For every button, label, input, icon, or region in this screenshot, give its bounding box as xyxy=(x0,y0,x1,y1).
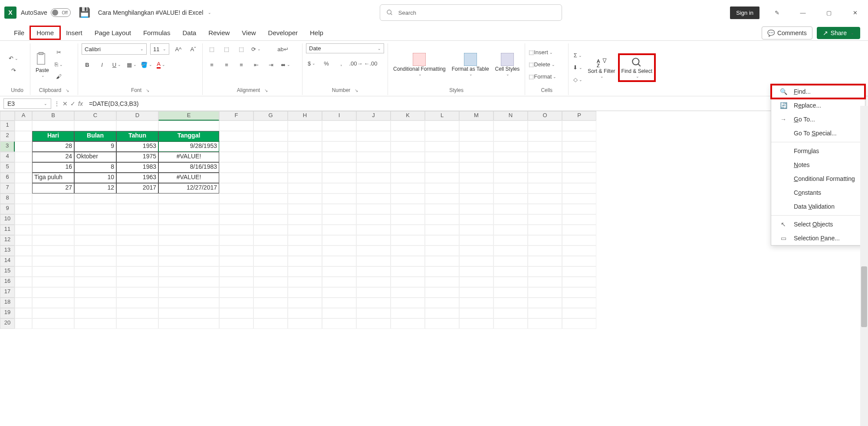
cell-O16[interactable] xyxy=(528,277,562,287)
cell-O19[interactable] xyxy=(528,308,562,318)
cell-J1[interactable] xyxy=(356,121,391,131)
cell-L18[interactable] xyxy=(425,298,459,308)
cell-B19[interactable] xyxy=(32,308,74,318)
cell-A14[interactable] xyxy=(15,256,32,266)
menu-data-validation[interactable]: Data Validation xyxy=(771,200,865,213)
cell-F14[interactable] xyxy=(219,256,253,266)
cell-J4[interactable] xyxy=(356,152,391,162)
cell-I16[interactable] xyxy=(322,277,356,287)
row-header-19[interactable]: 19 xyxy=(0,308,15,318)
cell-N12[interactable] xyxy=(493,235,528,246)
row-header-15[interactable]: 15 xyxy=(0,266,15,277)
cell-K12[interactable] xyxy=(391,235,425,246)
cell-H17[interactable] xyxy=(288,287,322,298)
cell-C19[interactable] xyxy=(74,308,116,318)
cell-C16[interactable] xyxy=(74,277,116,287)
cell-N3[interactable] xyxy=(493,141,528,152)
cell-N5[interactable] xyxy=(493,162,528,173)
cell-N1[interactable] xyxy=(493,121,528,131)
cell-A4[interactable] xyxy=(15,152,32,162)
currency-button[interactable]: $⌄ xyxy=(306,58,317,69)
cell-D1[interactable] xyxy=(116,121,158,131)
cell-E20[interactable] xyxy=(158,318,219,329)
maximize-button[interactable]: ▢ xyxy=(820,4,838,21)
cell-F18[interactable] xyxy=(219,298,253,308)
cell-O13[interactable] xyxy=(528,246,562,256)
cell-M3[interactable] xyxy=(459,141,493,152)
cell-B3[interactable]: 28 xyxy=(32,141,74,152)
cell-G1[interactable] xyxy=(253,121,288,131)
decrease-font-button[interactable]: Aˇ xyxy=(187,43,199,55)
cell-G12[interactable] xyxy=(253,235,288,246)
font-color-button[interactable]: A⌄ xyxy=(155,59,167,70)
cell-C3[interactable]: 9 xyxy=(74,141,116,152)
row-header-9[interactable]: 9 xyxy=(0,204,15,214)
menu-find[interactable]: 🔍Find... xyxy=(771,85,865,98)
cell-H4[interactable] xyxy=(288,152,322,162)
cell-I18[interactable] xyxy=(322,298,356,308)
cell-O11[interactable] xyxy=(528,225,562,235)
comments-button[interactable]: 💬 Comments xyxy=(762,26,812,39)
row-header-8[interactable]: 8 xyxy=(0,193,15,204)
cell-I15[interactable] xyxy=(322,266,356,277)
cell-N20[interactable] xyxy=(493,318,528,329)
cell-L12[interactable] xyxy=(425,235,459,246)
vertical-scrollbar[interactable] xyxy=(860,106,868,426)
align-left-button[interactable]: ≡ xyxy=(206,59,217,70)
cell-J6[interactable] xyxy=(356,173,391,183)
cell-J9[interactable] xyxy=(356,204,391,214)
cell-I4[interactable] xyxy=(322,152,356,162)
cell-I14[interactable] xyxy=(322,256,356,266)
cell-K9[interactable] xyxy=(391,204,425,214)
cell-J12[interactable] xyxy=(356,235,391,246)
comma-button[interactable]: , xyxy=(335,58,347,69)
cell-N8[interactable] xyxy=(493,193,528,204)
cell-B1[interactable] xyxy=(32,121,74,131)
format-cells-button[interactable]: ⬚ Format ⌄ xyxy=(529,71,556,82)
clear-button[interactable]: ◇⌄ xyxy=(572,74,583,85)
tab-insert[interactable]: Insert xyxy=(60,26,89,39)
cell-E14[interactable] xyxy=(158,256,219,266)
cell-O15[interactable] xyxy=(528,266,562,277)
cut-button[interactable]: ✂ xyxy=(53,47,65,58)
row-header-4[interactable]: 4 xyxy=(0,152,15,162)
cell-J14[interactable] xyxy=(356,256,391,266)
cell-I10[interactable] xyxy=(322,214,356,225)
cell-P5[interactable] xyxy=(562,162,596,173)
cell-G2[interactable] xyxy=(253,131,288,141)
enter-icon[interactable]: ✓ xyxy=(70,100,76,107)
cell-K10[interactable] xyxy=(391,214,425,225)
cell-H14[interactable] xyxy=(288,256,322,266)
row-header-14[interactable]: 14 xyxy=(0,256,15,266)
bold-button[interactable]: B xyxy=(82,59,93,70)
cell-J17[interactable] xyxy=(356,287,391,298)
cell-E10[interactable] xyxy=(158,214,219,225)
cell-P19[interactable] xyxy=(562,308,596,318)
font-size-select[interactable]: 11⌄ xyxy=(150,43,169,55)
cell-H15[interactable] xyxy=(288,266,322,277)
cell-F8[interactable] xyxy=(219,193,253,204)
cell-H11[interactable] xyxy=(288,225,322,235)
increase-decimal-button[interactable]: .00→ xyxy=(350,58,362,69)
cell-C14[interactable] xyxy=(74,256,116,266)
cell-I9[interactable] xyxy=(322,204,356,214)
fx-icon[interactable]: fx xyxy=(78,100,83,107)
col-header-B[interactable]: B xyxy=(32,111,74,121)
cell-J11[interactable] xyxy=(356,225,391,235)
cell-M1[interactable] xyxy=(459,121,493,131)
cell-N10[interactable] xyxy=(493,214,528,225)
cell-F20[interactable] xyxy=(219,318,253,329)
cell-A3[interactable] xyxy=(15,141,32,152)
cell-E16[interactable] xyxy=(158,277,219,287)
cell-E6[interactable]: #VALUE! xyxy=(158,173,219,183)
cell-G9[interactable] xyxy=(253,204,288,214)
insert-cells-button[interactable]: ⬚ Insert ⌄ xyxy=(529,47,553,58)
cell-A7[interactable] xyxy=(15,183,32,193)
cell-B10[interactable] xyxy=(32,214,74,225)
cell-M13[interactable] xyxy=(459,246,493,256)
cell-N16[interactable] xyxy=(493,277,528,287)
cell-K18[interactable] xyxy=(391,298,425,308)
cell-G5[interactable] xyxy=(253,162,288,173)
cell-M9[interactable] xyxy=(459,204,493,214)
row-header-13[interactable]: 13 xyxy=(0,246,15,256)
